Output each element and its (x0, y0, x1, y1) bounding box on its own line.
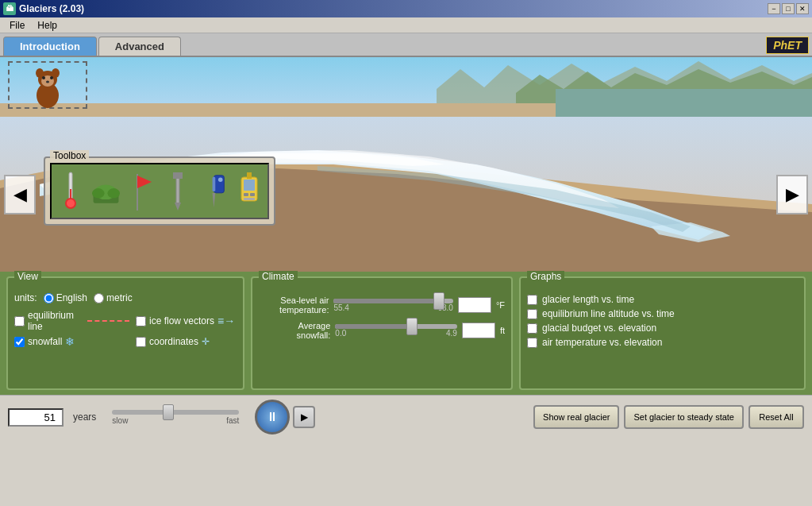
file-menu[interactable]: File (6, 18, 28, 33)
minimize-button[interactable]: − (768, 3, 780, 14)
tab-introduction[interactable]: Introduction (3, 37, 97, 56)
scroll-right-button[interactable]: ▶ (776, 175, 808, 214)
help-menu[interactable]: Help (34, 18, 60, 33)
svg-marker-39 (213, 192, 216, 207)
scroll-left-button[interactable]: ◀ (4, 175, 36, 214)
app-icon: 🏔 (3, 2, 16, 15)
avg-snowfall-slider-container: 0.0 4.9 (335, 324, 457, 338)
speed-slider-thumb[interactable] (163, 404, 174, 420)
pause-button[interactable]: ⏸ (255, 400, 290, 435)
graphs-panel-label: Graphs (527, 271, 564, 282)
air-temperature-graph-label[interactable]: air temperature vs. elevation (527, 337, 798, 348)
equilibrium-line-checkbox[interactable] (14, 316, 25, 326)
svg-rect-45 (244, 198, 255, 200)
air-temperature-checkbox[interactable] (527, 338, 537, 348)
speed-slider-track[interactable] (112, 410, 239, 415)
step-icon: ▶ (301, 411, 308, 423)
avg-snowfall-unit: ft (500, 326, 505, 335)
svg-rect-38 (213, 176, 216, 191)
vegetation-tool[interactable] (92, 169, 120, 213)
window-title: Glaciers (2.03) (19, 3, 84, 14)
english-radio-label[interactable]: English (44, 292, 87, 303)
snowflake-icon: ❄ (65, 335, 75, 348)
graphs-panel: Graphs glacier length vs. time equilibri… (519, 276, 806, 390)
toolbox-container: Toolbox (44, 156, 275, 226)
thermometer-tool[interactable] (56, 169, 84, 213)
phet-logo: PhET (766, 37, 809, 54)
equilibrium-altitude-checkbox[interactable] (527, 309, 537, 319)
svg-point-40 (218, 177, 223, 182)
svg-point-12 (46, 81, 49, 83)
gps-tool[interactable] (235, 169, 263, 213)
sea-level-min: 55.4 (333, 303, 348, 312)
svg-marker-33 (137, 176, 152, 188)
sea-level-unit: °F (496, 300, 505, 310)
glacier-length-checkbox[interactable] (527, 295, 537, 305)
control-panel: View units: English metric equilibrium l… (0, 272, 812, 395)
snowfall-checkbox-label[interactable]: snowfall ❄ (14, 335, 129, 348)
panorama-area (0, 57, 812, 117)
avg-snowfall-slider-thumb[interactable] (406, 318, 418, 335)
stake-tool[interactable] (164, 169, 191, 213)
tab-advanced[interactable]: Advanced (98, 37, 181, 56)
groundhog-icon (32, 62, 63, 108)
glacier-length-graph-label[interactable]: glacier length vs. time (527, 294, 798, 305)
step-button[interactable]: ▶ (293, 406, 315, 428)
equilibrium-altitude-graph-label[interactable]: equilibrium line altitude vs. time (527, 308, 798, 319)
ice-flow-checkbox[interactable] (136, 316, 146, 326)
sea-level-value-display[interactable]: 66.2 (458, 297, 491, 313)
speed-slow-label: slow (112, 416, 128, 425)
flag-tool[interactable] (128, 169, 156, 213)
show-real-glacier-button[interactable]: Show real glacier (533, 405, 619, 429)
avg-snowfall-value-display[interactable]: 3.1 (462, 323, 495, 338)
svg-point-10 (42, 76, 45, 79)
years-label: years (73, 411, 96, 423)
groundhog-container (8, 61, 87, 109)
action-buttons: Show real glacier Set glacier to steady … (533, 405, 804, 429)
toolbox-inner (50, 163, 269, 219)
glacial-budget-checkbox[interactable] (527, 323, 537, 334)
sea-level-label: Sea-level airtemperature: (259, 295, 329, 315)
drill-tool[interactable] (199, 169, 227, 213)
equilibrium-line-checkbox-label[interactable]: equilibrium line (14, 310, 129, 332)
glacial-budget-graph-label[interactable]: glacial budget vs. elevation (527, 323, 798, 334)
sea-level-slider-track (333, 299, 452, 303)
speed-fast-label: fast (226, 416, 239, 425)
speed-slider-area: slow fast (104, 410, 247, 425)
svg-rect-44 (250, 193, 255, 196)
bottom-bar: 51 years slow fast ⏸ ▶ Show real glacier… (0, 395, 812, 438)
equilibrium-line-indicator (87, 320, 129, 322)
pause-icon: ⏸ (266, 410, 279, 424)
ice-flow-icon: ≡→ (217, 315, 235, 327)
units-label: units: (14, 292, 37, 303)
svg-point-8 (52, 68, 60, 78)
ice-flow-checkbox-label[interactable]: ice flow vectors ≡→ (136, 315, 235, 327)
svg-rect-42 (244, 180, 255, 191)
coordinates-checkbox-label[interactable]: coordinates ✛ (136, 336, 210, 347)
svg-point-7 (36, 68, 44, 78)
reset-all-button[interactable]: Reset All (749, 405, 804, 429)
svg-point-11 (50, 76, 53, 79)
svg-marker-36 (175, 203, 181, 211)
coordinates-icon: ✛ (202, 336, 210, 347)
metric-radio[interactable] (94, 293, 104, 303)
svg-rect-35 (173, 172, 183, 179)
sea-level-slider-thumb[interactable] (433, 292, 444, 310)
svg-rect-37 (214, 175, 224, 192)
sea-level-slider-container: 55.4 68.0 (333, 299, 452, 312)
coordinates-checkbox[interactable] (136, 337, 146, 347)
view-panel-label: View (14, 271, 41, 282)
avg-snowfall-min: 0.0 (335, 329, 346, 338)
time-value: 51 (44, 411, 56, 423)
metric-radio-label[interactable]: metric (94, 292, 133, 303)
view-panel: View units: English metric equilibrium l… (6, 276, 244, 390)
avg-snowfall-max: 4.9 (446, 329, 457, 338)
maximize-button[interactable]: □ (782, 3, 795, 14)
menu-bar: File Help (0, 17, 812, 33)
english-radio[interactable] (44, 293, 54, 303)
toolbox-label: Toolbox (50, 150, 89, 161)
close-button[interactable]: ✕ (796, 3, 809, 14)
set-steady-state-button[interactable]: Set glacier to steady state (624, 405, 744, 429)
snowfall-checkbox[interactable] (14, 337, 25, 347)
avg-snowfall-slider-fill (335, 324, 412, 329)
